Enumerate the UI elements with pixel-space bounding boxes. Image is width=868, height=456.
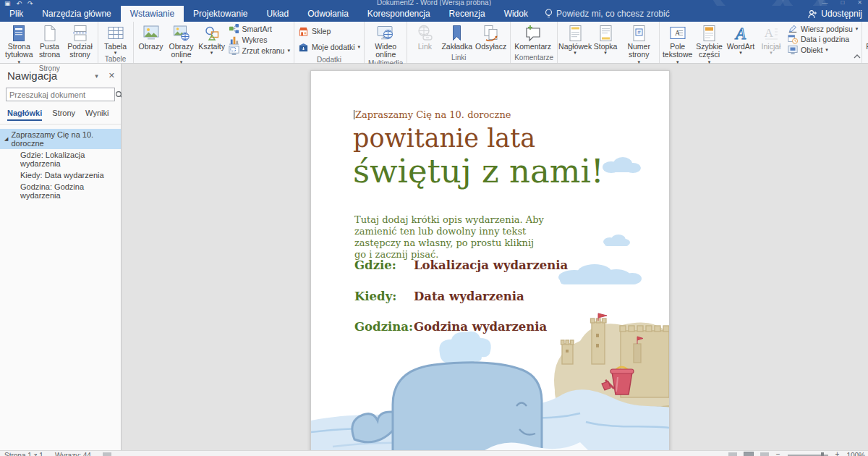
tree-item-child[interactable]: Kiedy: Data wydarzenia (0, 169, 121, 181)
tab-recenzja[interactable]: Recenzja (440, 6, 495, 22)
proofing-status-icon[interactable] (103, 452, 111, 456)
equation-button[interactable]: π Równanie ▾ (864, 22, 868, 55)
quick-parts-button[interactable]: Szybkie części▾ (693, 22, 726, 64)
zoom-out-button[interactable]: − (776, 451, 780, 456)
print-layout-button[interactable] (744, 452, 753, 456)
pane-options-chevron-icon[interactable]: ▾ (95, 72, 98, 80)
share-button[interactable]: Udostępnij (808, 6, 862, 22)
maximize-button[interactable]: □ (841, 0, 844, 6)
window-title: Dokument2 - Word (Wersja próbna) (0, 0, 868, 6)
chart-icon (229, 34, 239, 45)
tree-item-child[interactable]: Gdzie: Lokalizacja wydarzenia (0, 149, 121, 169)
page-number-button[interactable]: # Numer strony▾ (621, 22, 657, 64)
header-button[interactable]: Nagłówek ▾ (560, 22, 590, 55)
chevron-down-icon: ▾ (825, 47, 828, 53)
wordart-icon: A (732, 23, 749, 43)
chevron-down-icon: ▾ (287, 48, 290, 54)
minimize-button[interactable]: — (822, 0, 827, 6)
tab-uklad[interactable]: Układ (257, 6, 298, 22)
tab-widok[interactable]: Widok (495, 6, 537, 22)
close-button[interactable]: ✕ (857, 0, 862, 6)
cloud-illustration (601, 233, 631, 247)
ribbon-group-symbole: π Równanie ▾ Ω Symbol ▾ Symbole (862, 22, 868, 63)
table-button[interactable]: Tabela ▾ (101, 22, 131, 55)
pane-close-icon[interactable]: ✕ (109, 71, 115, 80)
tab-plik[interactable]: Plik (0, 6, 33, 22)
cloud-illustration (553, 263, 642, 285)
ribbon-group-dodatki: Sklep Moje dodatki▾ Dodatki (294, 22, 365, 63)
object-button[interactable]: Obiekt▾ (788, 45, 858, 55)
tab-korespondencja[interactable]: Korespondencja (358, 6, 440, 22)
chart-button[interactable]: Wykres (229, 34, 290, 45)
smartart-icon (229, 23, 239, 34)
document-page[interactable]: Zapraszamy Cię na 10. doroczne powitanie… (310, 70, 670, 450)
tab-wstawianie[interactable]: Wstawianie (121, 6, 184, 22)
drop-cap-button: A Inicjał ▾ (756, 22, 786, 55)
text-cursor (354, 110, 354, 119)
header-icon (569, 23, 582, 43)
document-title-line2[interactable]: świętuj z nami! (353, 153, 604, 190)
nav-tab-strony[interactable]: Strony (52, 109, 75, 121)
cross-reference-button[interactable]: Odsyłacz (474, 22, 508, 51)
text-box-icon: A (669, 23, 686, 43)
signature-line-icon (788, 24, 798, 34)
group-label: Linki (409, 54, 508, 63)
blank-page-button[interactable]: Pusta strona (35, 22, 65, 59)
pictures-button[interactable]: Obrazy (136, 22, 166, 51)
detail-row[interactable]: Gdzie:Lokalizacja wydarzenia (354, 255, 568, 276)
document-body-text[interactable]: Tutaj dodaj krótki opis wydarzenia. Aby … (354, 214, 544, 260)
page-break-button[interactable]: Podział strony (65, 22, 95, 59)
signature-line-button[interactable]: Wiersz podpisu▾ (788, 24, 858, 34)
search-input[interactable] (7, 90, 115, 99)
word-count[interactable]: Wyrazy: 44 (55, 451, 91, 456)
nav-tab-wyniki[interactable]: Wyniki (85, 109, 109, 121)
store-button[interactable]: Sklep (298, 26, 360, 37)
chevron-down-icon: ▾ (18, 59, 21, 65)
text-box-button[interactable]: A Pole tekstowe▾ (662, 22, 693, 64)
chevron-up-icon (854, 54, 861, 59)
tell-me-box[interactable]: Powiedz mi, co chcesz zrobić (537, 6, 677, 22)
page-number-icon: # (632, 23, 646, 43)
share-person-icon (808, 9, 817, 19)
svg-text:A: A (765, 26, 774, 40)
document-title-line1[interactable]: powitanie lata (353, 124, 535, 153)
chevron-down-icon: ▾ (739, 51, 742, 55)
tree-item-root[interactable]: ◢ Zapraszamy Cię na 10. doroczne (0, 129, 121, 149)
ribbon-group-ilustracje: Obrazy Obrazy online▾ Kształty ▾ SmartAr… (134, 22, 294, 63)
my-addins-button[interactable]: Moje dodatki▾ (298, 42, 360, 53)
date-time-button[interactable]: Data i godzina (788, 34, 858, 44)
cover-page-button[interactable]: Strona tytułowa▾ (4, 22, 35, 64)
smartart-button[interactable]: SmartArt (229, 23, 290, 34)
tab-narzedzia-glowne[interactable]: Narzędzia główne (33, 6, 120, 22)
collapse-ribbon-button[interactable] (854, 53, 861, 60)
document-kicker[interactable]: Zapraszamy Cię na 10. doroczne (354, 109, 511, 120)
zoom-in-button[interactable]: + (835, 451, 840, 456)
group-label: Komentarze (513, 54, 555, 63)
zoom-level[interactable]: 100% (846, 451, 865, 456)
shapes-button[interactable]: Kształty ▾ (197, 22, 227, 55)
online-pictures-icon (173, 23, 190, 43)
detail-row[interactable]: Kiedy:Data wydarzenia (354, 286, 568, 308)
comment-button[interactable]: Komentarz (513, 22, 553, 51)
tab-projektowanie[interactable]: Projektowanie (184, 6, 257, 22)
screenshot-button[interactable]: Zrzut ekranu▾ (229, 45, 290, 56)
collapse-triangle-icon[interactable]: ◢ (4, 136, 8, 142)
bookmark-button[interactable]: Zakładka (440, 22, 474, 51)
page-indicator[interactable]: Strona 1 z 1 (4, 451, 43, 456)
web-layout-button[interactable] (760, 452, 769, 456)
wordart-button[interactable]: A WordArt ▾ (726, 22, 756, 55)
read-mode-button[interactable] (728, 452, 737, 456)
tree-item-child[interactable]: Godzina: Godzina wydarzenia (0, 181, 121, 201)
ribbon: Strona tytułowa▾ Pusta strona Podział st… (0, 22, 868, 64)
page-break-icon (72, 23, 88, 43)
footer-button[interactable]: Stopka ▾ (590, 22, 621, 55)
document-search-box[interactable]: ▾ (6, 88, 115, 101)
chevron-down-icon: ▾ (856, 26, 859, 32)
cross-reference-icon (483, 23, 499, 43)
online-video-button[interactable]: Wideo online (367, 22, 404, 59)
tab-odwolania[interactable]: Odwołania (298, 6, 358, 22)
cloud-illustration (599, 155, 644, 174)
chevron-down-icon: ▾ (358, 44, 361, 50)
online-pictures-button[interactable]: Obrazy online▾ (166, 22, 197, 64)
nav-tab-naglowki[interactable]: Nagłówki (7, 109, 42, 121)
